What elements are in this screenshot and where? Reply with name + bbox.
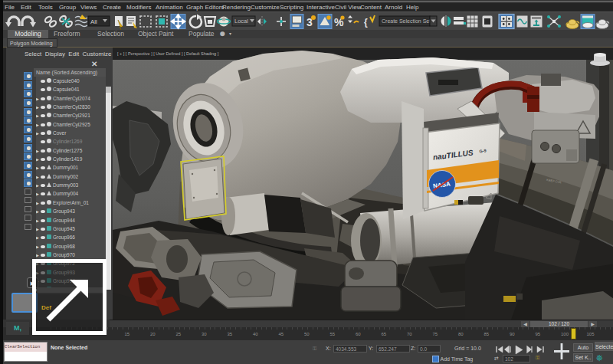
svg-text:Local: Local: [234, 18, 248, 25]
svg-text:{: {: [364, 17, 368, 28]
svg-text:All: All: [90, 18, 97, 25]
svg-text:G-9: G-9: [479, 148, 487, 153]
svg-text:Create Selection Set: Create Selection Set: [382, 18, 431, 24]
svg-text:[ + ] [ Perspective ] [ User: [ + ] [ Perspective ] [ User Defined ] […: [117, 51, 219, 56]
